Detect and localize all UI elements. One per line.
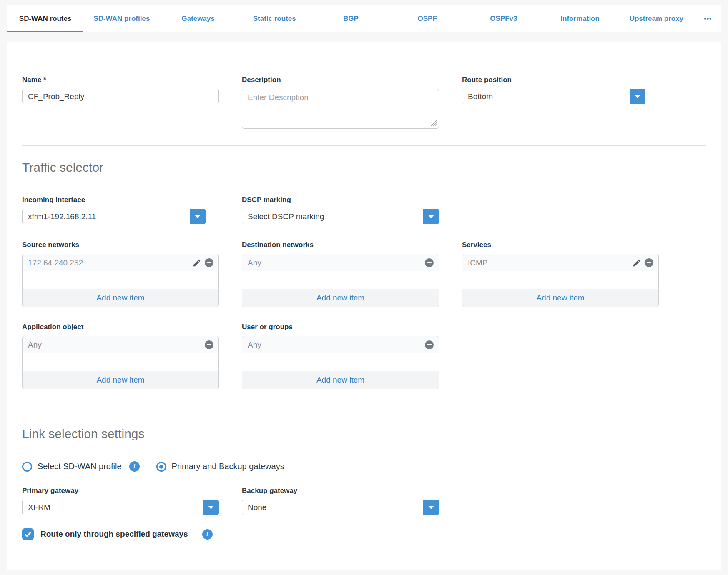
radio-primary-backup-gateways[interactable]: Primary and Backup gateways xyxy=(156,462,284,472)
name-input[interactable] xyxy=(22,89,219,104)
description-textarea[interactable] xyxy=(242,89,439,129)
user-or-groups-label: User or groups xyxy=(242,323,439,331)
route-position-value: Bottom xyxy=(462,89,645,104)
source-networks-field-group: Source networks 172.64.240.252 Add new i… xyxy=(22,241,219,307)
backup-gateway-label: Backup gateway xyxy=(242,487,439,495)
more-tabs-button[interactable]: ••• xyxy=(695,5,721,32)
dscp-marking-value: Select DSCP marking xyxy=(242,209,439,224)
radio-unselected-icon[interactable] xyxy=(22,462,32,472)
list-item: 172.64.240.252 xyxy=(23,254,218,271)
checkmark-icon xyxy=(23,530,33,539)
chevron-down-icon xyxy=(428,215,434,218)
chevron-down-icon xyxy=(195,215,201,218)
backup-gateway-dropdown-button[interactable] xyxy=(423,500,439,515)
route-position-dropdown-button[interactable] xyxy=(630,89,645,104)
destination-networks-field-group: Destination networks Any Add new item xyxy=(242,241,439,307)
user-or-groups-listbox: Any Add new item xyxy=(242,336,439,389)
backup-gateway-value: None xyxy=(242,500,439,515)
section-divider xyxy=(22,145,706,146)
resize-grip-icon[interactable] xyxy=(431,120,437,126)
name-field-group: Name * xyxy=(22,76,219,104)
section-divider xyxy=(22,412,706,413)
destination-networks-label: Destination networks xyxy=(242,241,439,249)
remove-icon[interactable] xyxy=(204,340,214,350)
info-icon[interactable]: i xyxy=(202,529,213,540)
application-object-add-button[interactable]: Add new item xyxy=(23,371,218,389)
user-or-groups-field-group: User or groups Any Add new item xyxy=(242,323,439,389)
tab-upstream-proxy[interactable]: Upstream proxy xyxy=(618,5,695,32)
user-or-groups-add-button[interactable]: Add new item xyxy=(242,371,439,389)
tab-bgp[interactable]: BGP xyxy=(313,5,389,32)
tab-information[interactable]: Information xyxy=(542,5,618,32)
primary-gateway-field-group: Primary gateway XFRM xyxy=(22,487,219,515)
listbox-empty-area xyxy=(462,271,658,289)
list-item: ICMP xyxy=(462,254,658,271)
primary-gateway-dropdown-button[interactable] xyxy=(203,500,219,515)
edit-icon[interactable] xyxy=(632,258,641,268)
listbox-empty-area xyxy=(23,271,218,289)
dscp-marking-field-group: DSCP marking Select DSCP marking xyxy=(242,196,439,224)
tab-gateways[interactable]: Gateways xyxy=(160,5,236,32)
application-object-label: Application object xyxy=(22,323,219,331)
incoming-interface-select[interactable]: xfrm1-192.168.2.11 xyxy=(22,209,206,224)
info-icon[interactable]: i xyxy=(129,461,140,472)
remove-icon[interactable] xyxy=(204,258,214,268)
incoming-interface-field-group: Incoming interface xfrm1-192.168.2.11 xyxy=(22,196,219,224)
services-add-button[interactable]: Add new item xyxy=(462,289,658,307)
backup-gateway-select[interactable]: None xyxy=(242,500,439,515)
chevron-down-icon xyxy=(635,95,640,98)
tab-sd-wan-profiles[interactable]: SD-WAN profiles xyxy=(83,5,160,32)
radio-label: Primary and Backup gateways xyxy=(172,462,284,471)
dscp-marking-label: DSCP marking xyxy=(242,196,439,204)
route-position-select[interactable]: Bottom xyxy=(462,89,645,104)
list-item: Any xyxy=(23,336,218,353)
route-position-field-group: Route position Bottom xyxy=(462,76,659,104)
traffic-selector-title: Traffic selector xyxy=(22,159,706,176)
destination-networks-add-button[interactable]: Add new item xyxy=(242,289,439,307)
application-object-listbox: Any Add new item xyxy=(22,336,219,389)
radio-select-sdwan-profile[interactable]: Select SD-WAN profile i xyxy=(22,461,140,472)
incoming-interface-value: xfrm1-192.168.2.11 xyxy=(22,209,206,224)
source-networks-add-button[interactable]: Add new item xyxy=(23,289,218,307)
dscp-marking-select[interactable]: Select DSCP marking xyxy=(242,209,439,224)
list-item-value: Any xyxy=(248,258,422,268)
list-item-value: Any xyxy=(28,340,201,350)
listbox-empty-area xyxy=(23,353,218,371)
incoming-interface-dropdown-button[interactable] xyxy=(190,209,206,224)
chevron-down-icon xyxy=(208,506,214,509)
list-item-value: ICMP xyxy=(468,258,629,268)
tab-sd-wan-routes[interactable]: SD-WAN routes xyxy=(7,5,83,32)
list-item-value: 172.64.240.252 xyxy=(28,258,189,268)
list-item: Any xyxy=(242,254,439,271)
route-only-checkbox[interactable] xyxy=(22,528,34,540)
radio-selected-icon[interactable] xyxy=(156,462,166,472)
primary-gateway-select[interactable]: XFRM xyxy=(22,500,219,515)
application-object-field-group: Application object Any Add new item xyxy=(22,323,219,389)
incoming-interface-label: Incoming interface xyxy=(22,196,219,204)
ellipsis-icon: ••• xyxy=(704,15,712,22)
radio-label: Select SD-WAN profile xyxy=(38,462,122,471)
dscp-marking-dropdown-button[interactable] xyxy=(423,209,439,224)
primary-gateway-value: XFRM xyxy=(22,500,219,515)
list-item-value: Any xyxy=(248,340,422,350)
listbox-empty-area xyxy=(242,271,439,289)
source-networks-label: Source networks xyxy=(22,241,219,249)
tab-bar: SD-WAN routes SD-WAN profiles Gateways S… xyxy=(7,5,721,32)
listbox-empty-area xyxy=(242,353,439,371)
services-field-group: Services ICMP Add new item xyxy=(462,241,659,307)
source-networks-listbox: 172.64.240.252 Add new item xyxy=(22,254,219,307)
primary-gateway-label: Primary gateway xyxy=(22,487,219,495)
link-selection-title: Link selection settings xyxy=(22,425,706,442)
services-listbox: ICMP Add new item xyxy=(462,254,659,307)
tab-static-routes[interactable]: Static routes xyxy=(236,5,313,32)
tab-ospf[interactable]: OSPF xyxy=(389,5,465,32)
remove-icon[interactable] xyxy=(424,258,434,268)
route-only-row: Route only through specified gateways i xyxy=(22,528,706,540)
chevron-down-icon xyxy=(428,506,434,509)
services-label: Services xyxy=(462,241,659,249)
remove-icon[interactable] xyxy=(424,340,434,350)
tab-ospfv3[interactable]: OSPFv3 xyxy=(465,5,542,32)
remove-icon[interactable] xyxy=(644,258,654,268)
edit-icon[interactable] xyxy=(192,258,201,268)
name-label: Name * xyxy=(22,76,219,84)
